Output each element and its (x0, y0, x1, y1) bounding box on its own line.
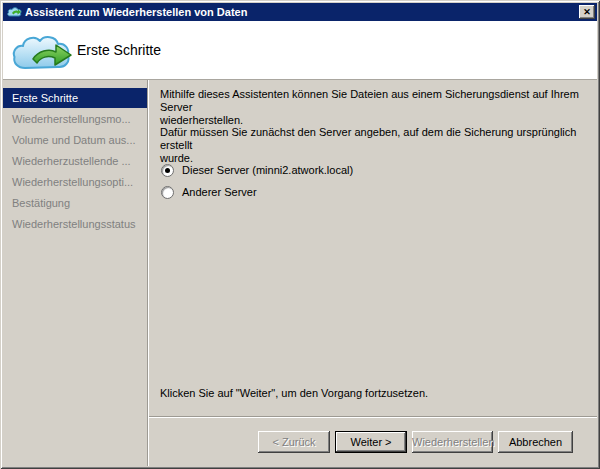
sidebar-content-divider (147, 80, 149, 466)
next-button[interactable]: Weiter > (335, 431, 407, 453)
back-button[interactable]: < Zurück (258, 431, 330, 453)
radio-this-server[interactable]: Dieser Server (minni2.atwork.local) (161, 163, 353, 177)
restore-button[interactable]: Wiederherstellen (412, 431, 493, 453)
server-prompt-text: Dafür müssen Sie zunächst den Server ang… (160, 126, 598, 165)
sidebar-item-wiederherzustellende: Wiederherzustellende ... (3, 151, 147, 171)
cancel-button[interactable]: Abbrechen (498, 431, 573, 453)
sidebar-item-volume-und-datum: Volume und Datum aus... (3, 130, 147, 150)
footer-instruction-text: Klicken Sie auf "Weiter", um den Vorgang… (160, 387, 428, 399)
server-prompt-line1: Dafür müssen Sie zunächst den Server ang… (160, 126, 598, 152)
sidebar-item-wiederherstellungsstatus: Wiederherstellungsstatus (3, 214, 147, 234)
sidebar-item-wiederherstellungsoptionen: Wiederherstellungsopti... (3, 172, 147, 192)
wizard-window: Assistent zum Wiederherstellen von Daten… (0, 0, 600, 469)
radio-other-server-label: Anderer Server (182, 186, 257, 198)
app-cloud-icon (6, 5, 22, 19)
radio-other-server[interactable]: Anderer Server (161, 185, 257, 199)
intro-text-line1: Mithilfe dieses Assistenten können Sie D… (160, 88, 598, 114)
radio-this-server-label: Dieser Server (minni2.atwork.local) (182, 164, 353, 176)
radio-button-icon-selected[interactable] (161, 164, 174, 177)
titlebar[interactable]: Assistent zum Wiederherstellen von Daten… (3, 3, 597, 21)
wizard-header: Erste Schritte (3, 21, 597, 80)
sidebar-item-wiederherstellungsmodus: Wiederherstellungsmo... (3, 109, 147, 129)
button-row-divider (149, 416, 597, 418)
wizard-steps-sidebar: Erste Schritte Wiederherstellungsmo... V… (3, 80, 147, 466)
close-button[interactable]: ✕ (579, 5, 595, 19)
sidebar-item-bestaetigung: Bestätigung (3, 193, 147, 213)
intro-text: Mithilfe dieses Assistenten können Sie D… (160, 88, 598, 127)
cloud-arrow-logo (11, 27, 75, 73)
radio-button-icon-unselected[interactable] (161, 186, 174, 199)
window-title: Assistent zum Wiederherstellen von Daten (25, 3, 579, 21)
page-title: Erste Schritte (77, 42, 161, 58)
sidebar-item-erste-schritte: Erste Schritte (3, 88, 147, 108)
